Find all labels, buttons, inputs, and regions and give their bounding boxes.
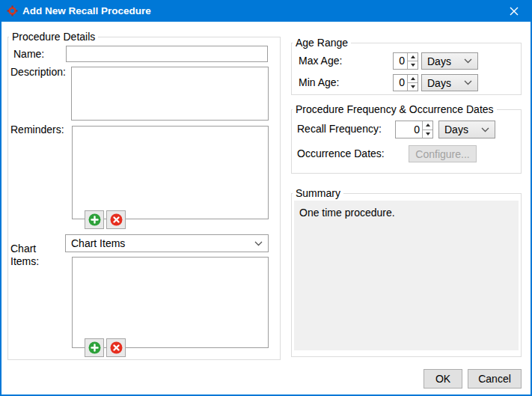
chevron-down-icon [464, 80, 472, 85]
recall-frequency-spinner[interactable]: 0 [395, 121, 433, 138]
chart-items-label-line2: Items: [10, 255, 39, 268]
add-icon [88, 213, 101, 226]
configure-button[interactable]: Configure... [409, 145, 477, 162]
procedure-details-legend: Procedure Details [9, 31, 98, 43]
chart-items-filter-value: Chart Items [71, 237, 251, 249]
reminders-label: Reminders: [10, 124, 64, 136]
summary-box: One time procedure. [294, 201, 519, 350]
close-button[interactable] [497, 0, 531, 22]
remove-icon [110, 213, 123, 226]
recall-frequency-unit-dropdown[interactable]: Days [438, 121, 495, 138]
min-age-unit-value: Days [427, 77, 461, 89]
summary-text: One time procedure. [299, 207, 395, 219]
max-age-label: Max Age: [299, 55, 342, 67]
cancel-button[interactable]: Cancel [468, 369, 522, 389]
chart-items-remove-button[interactable] [106, 338, 126, 357]
min-age-unit-dropdown[interactable]: Days [421, 74, 478, 91]
max-age-value[interactable]: 0 [394, 54, 407, 68]
occurrence-dates-label: Occurrence Dates: [297, 147, 385, 160]
window-title: Add New Recall Procedure [22, 0, 151, 22]
chart-items-list[interactable] [72, 257, 269, 348]
remove-icon [110, 341, 123, 354]
chevron-down-icon [254, 241, 263, 246]
spin-down-icon[interactable] [408, 61, 418, 69]
reminders-add-button[interactable] [85, 210, 104, 229]
max-age-unit-value: Days [427, 55, 461, 67]
spin-down-icon[interactable] [408, 82, 418, 91]
spin-up-icon[interactable] [408, 75, 418, 82]
frequency-legend: Procedure Frequency & Occurrence Dates [293, 103, 497, 116]
spin-up-icon[interactable] [423, 121, 432, 130]
min-age-spinner[interactable]: 0 [393, 74, 418, 91]
name-input[interactable] [66, 46, 268, 62]
chart-items-add-button[interactable] [85, 338, 104, 357]
max-age-spinner[interactable]: 0 [393, 52, 418, 70]
ok-button[interactable]: OK [424, 369, 462, 389]
chevron-down-icon [481, 127, 489, 132]
summary-legend: Summary [293, 187, 343, 200]
spin-up-icon[interactable] [408, 53, 418, 61]
add-recall-procedure-dialog: Add New Recall Procedure Procedure Detai… [0, 0, 532, 396]
description-input[interactable] [71, 67, 269, 121]
min-age-label: Min Age: [299, 76, 339, 89]
add-icon [88, 341, 101, 354]
min-age-value[interactable]: 0 [394, 76, 407, 90]
chart-items-filter-dropdown[interactable]: Chart Items [65, 234, 269, 252]
spin-down-icon[interactable] [423, 130, 432, 138]
age-range-legend: Age Range [293, 37, 351, 49]
reminders-remove-button[interactable] [106, 210, 126, 229]
close-icon [510, 7, 519, 16]
reminders-input[interactable] [72, 126, 269, 219]
name-label: Name: [13, 48, 44, 61]
description-label: Description: [10, 66, 66, 79]
recall-frequency-label: Recall Frequency: [297, 123, 382, 135]
max-age-unit-dropdown[interactable]: Days [421, 52, 478, 70]
recall-frequency-unit-value: Days [444, 124, 478, 135]
recall-target-icon [7, 5, 18, 16]
frequency-group: Procedure Frequency & Occurrence Dates [291, 109, 522, 174]
chart-items-label-line1: Chart [10, 243, 36, 255]
recall-frequency-value[interactable]: 0 [396, 123, 422, 137]
chevron-down-icon [464, 58, 472, 64]
titlebar: Add New Recall Procedure [0, 0, 532, 22]
